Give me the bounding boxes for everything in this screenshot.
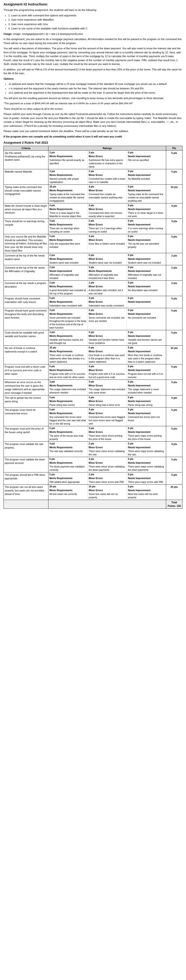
rating-pts: 0 pts — [128, 170, 165, 173]
rating-desc: Some test cases did not run properly — [88, 493, 118, 499]
pts-cell: 2 pts — [166, 253, 183, 265]
rating-desc: Command line creates an executable named… — [88, 193, 123, 199]
rating-pts: 3 pts — [88, 151, 126, 154]
rating-option: 0 ptsNeeds ImprovementParse string was w… — [127, 395, 166, 407]
rating-desc: There are no warnings when compiling on … — [49, 227, 79, 233]
rating-desc: Command line creates with a lower case m… — [88, 178, 126, 183]
ratings-cell: 25 ptsMeets RequirementsAll test cases r… — [49, 485, 166, 500]
ratings-cell: 5 ptsMeets RequirementsThe price of the … — [49, 426, 166, 442]
rating-pts: 3 pts — [88, 235, 126, 238]
total-empty-1 — [4, 500, 49, 509]
pts-cell: 5 pts — [166, 234, 183, 253]
pts-cell: 5 pts — [166, 473, 183, 485]
rating-pts: 5 pts — [49, 297, 87, 300]
rating-option: 3 ptsMinor ErrorsCommand line errors wer… — [87, 407, 127, 426]
rating-desc: There were major errors with PMI — [128, 481, 163, 484]
ratings-cell: 2 ptsNeeds ImprovementAffirmation of ori… — [49, 265, 166, 281]
rating-pts: 0 pts — [128, 204, 165, 207]
rating-label: Meets Requirements — [49, 384, 87, 387]
ratings-cell: 4 ptsMeets RequirementsThere is a clean … — [49, 204, 166, 219]
rating-pts: 0 pts — [128, 458, 165, 461]
rating-desc: Submission file has extra spaces undersc… — [88, 159, 123, 168]
rating-option: 0 ptsNeeds ImprovementMore than one brea… — [127, 346, 166, 364]
header-ratings: Ratings — [49, 146, 166, 151]
ratings-cell: 4 ptsMeets RequirementsThe rate was vali… — [49, 442, 166, 457]
rating-pts: 5 pts — [49, 427, 87, 430]
rating-option: 3 ptsMinor ErrorsIndentation was mostly … — [87, 296, 127, 308]
rating-pts: 2 pts — [49, 254, 87, 257]
rating-option: 0 ptsNeeds ImprovementAffirmation of ori… — [127, 265, 166, 280]
options-list: -is optional and means that the mortgage… — [8, 82, 183, 95]
rating-option: 0 ptsNeeds ImprovementThe usage statemen… — [127, 380, 166, 395]
rating-desc: Affirmation of originality was not inclu… — [128, 274, 161, 280]
ratings-cell: 5 ptsMeets RequirementsProgram exits wit… — [49, 364, 166, 380]
rating-label: Minor Errors — [88, 208, 126, 211]
ratings-cell: 3 ptsMeets RequirementsGood comments are… — [49, 308, 166, 330]
rating-label: Needs Improvement — [128, 173, 165, 177]
rating-label: Minor Errors — [88, 258, 126, 261]
rating-label: Needs Improvement — [128, 369, 165, 372]
criteria-cell: Comment at the top needs a program descr… — [4, 281, 49, 296]
rating-label: Needs Improvement — [128, 239, 165, 242]
rating-option: 5 ptsMeets RequirementsOnly the requeste… — [49, 234, 87, 250]
rating-pts: 3 pts — [88, 473, 126, 476]
usage-label: Usage: Usage: mortgage[payment | d] = ra… — [3, 32, 183, 36]
ratings-cell: 3 ptsMeets RequirementsThe usage stateme… — [49, 380, 166, 395]
rating-desc: Submission file named exactly as specifi… — [49, 159, 84, 165]
rating-pts: 3 pts — [88, 331, 126, 334]
rating-option: 0 ptsNeeds ImprovementNo description was… — [127, 281, 166, 296]
rating-label: Meets Requirements — [49, 300, 87, 304]
table-row: Makefile named Makefile3 ptsMeets Requir… — [4, 169, 183, 185]
rating-pts: 2 pts — [49, 266, 87, 269]
rating-label: Minor Errors — [88, 400, 126, 403]
rating-label: Meets Requirements — [49, 446, 87, 449]
rating-label: Minor Errors — [88, 384, 126, 387]
rating-pts: 2 pts — [88, 219, 126, 223]
rating-option: 3 ptsMeets RequirementsAffirmation of or… — [87, 265, 127, 280]
rating-pts: 15 pts — [88, 485, 126, 488]
rating-label: Minor Errors — [88, 189, 126, 192]
pts-cell: 5 pts — [166, 407, 183, 426]
rating-option: 0 ptsNeeds ImprovementCommand line error… — [127, 407, 166, 426]
rating-desc: Program does not exit with a 0 on succes… — [128, 373, 163, 379]
criteria-cell: Program should have good comments throug… — [4, 308, 49, 330]
rating-option: 0 ptsNeeds Improvement3 or more warnings… — [127, 219, 166, 234]
header-pts: Pts — [166, 146, 183, 151]
rating-desc: A description was included, but it was n… — [88, 289, 123, 295]
rating-label: Needs Improvement — [128, 312, 165, 316]
pts-cell: 5 pts — [166, 151, 183, 169]
rating-pts: 3 pts — [88, 408, 126, 411]
rating-pts: 10 pts — [49, 346, 87, 349]
rating-desc: There are 1 to 2 warnings when running o… — [88, 227, 122, 233]
total-points: Total Points: 150 — [166, 500, 183, 509]
rating-label: Minor Errors — [88, 173, 126, 177]
table-row: Program should have good comments throug… — [4, 308, 183, 330]
table-row: Comment at the top of the file needs stu… — [4, 253, 183, 265]
output-note: There should be no other output at all t… — [3, 107, 183, 111]
rating-label: Needs Improvement — [128, 446, 165, 449]
rating-desc: Named correctly with proper capitalizati… — [49, 178, 79, 183]
rating-pts: 0 pts — [128, 185, 165, 188]
rating-option: 5 ptsMinor ErrorsOne break or a continue… — [87, 346, 127, 364]
rating-desc: No comments are included — [128, 317, 156, 319]
rating-desc: There were major errors printing the pri… — [128, 434, 162, 441]
rating-option: 0 ptsNeeds ImprovementThere is no clean … — [127, 204, 166, 219]
intro-text: Through this programming assignment, the… — [3, 8, 183, 12]
rating-pts: 0 pts — [128, 151, 165, 154]
rating-option: 0 ptsNeeds ImprovementVariable and funct… — [127, 330, 166, 345]
rating-label: Meets Requirements — [49, 189, 87, 192]
criteria-cell: The program must validate the down payme… — [4, 457, 49, 473]
rating-pts: 1 pts — [88, 281, 126, 285]
rating-label: Meets Requirements — [49, 461, 87, 465]
rating-option: 0 ptsNeeds ImprovementTyping make at the… — [127, 185, 166, 203]
criteria-cell: Typing make at the command line should c… — [4, 185, 49, 204]
rating-pts: 4 pts — [88, 185, 126, 188]
instructions-section: Through this programming assignment, the… — [3, 8, 183, 138]
rating-label: Minor Errors — [88, 334, 126, 338]
paragraph3: In addition, you will add on PMI at 1% o… — [3, 68, 183, 75]
rating-pts: 3 pts — [88, 396, 126, 399]
pts-cell: 5 pts — [166, 426, 183, 442]
rating-option: 0 ptsMinor ErrorsStudent name was not in… — [87, 253, 127, 265]
rating-pts: 5 pts — [49, 473, 87, 476]
table-row: Program should have consistent indentati… — [4, 296, 183, 308]
